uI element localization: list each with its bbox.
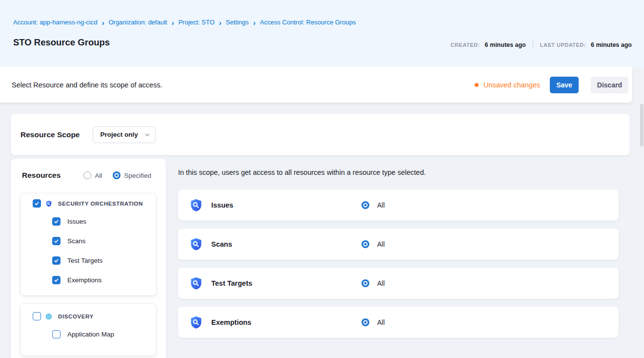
all-radio[interactable] <box>83 171 91 179</box>
security-orchestration-shield-icon <box>189 237 203 251</box>
security-orchestration-checkbox[interactable] <box>33 199 41 208</box>
resource-card-test-targets: Test Targets All <box>178 268 619 299</box>
specified-radio[interactable] <box>113 171 121 179</box>
resource-item-issues: Issues <box>52 217 156 226</box>
breadcrumb-account-link[interactable]: Account: app-harness-ng-cicd <box>13 19 98 26</box>
specified-radio-label: Specified <box>124 172 151 179</box>
all-access-radio[interactable] <box>362 279 369 287</box>
group-row-security-orchestration: SECURITY ORCHESTRATION <box>33 199 156 208</box>
resource-item-test-targets: Test Targets <box>52 256 156 265</box>
resource-group-detail-page: Account: app-harness-ng-cicd › Organizat… <box>0 0 644 358</box>
breadcrumb-resource-groups-link[interactable]: Access Control: Resource Groups <box>260 19 356 26</box>
breadcrumb-settings-link[interactable]: Settings <box>226 19 249 26</box>
header-meta: CREATED: 6 minutes ago LAST UPDATED: 6 m… <box>451 41 632 49</box>
last-updated-value: 6 minutes ago <box>591 42 632 48</box>
card-title: Test Targets <box>211 279 362 287</box>
item-label: Scans <box>67 237 86 245</box>
resource-item-scans: Scans <box>52 237 156 245</box>
save-button[interactable]: Save <box>550 77 579 93</box>
resource-group-panel-discovery: DISCOVERY Application Map <box>20 304 156 356</box>
discovery-checkbox[interactable] <box>33 312 41 320</box>
card-title: Issues <box>211 201 362 209</box>
filter-option-specified[interactable]: Specified <box>113 171 151 179</box>
access-option-all[interactable]: All <box>362 318 385 326</box>
all-access-radio[interactable] <box>362 318 369 326</box>
resource-item-exemptions: Exemptions <box>52 276 156 284</box>
item-label: Test Targets <box>67 257 103 264</box>
issues-checkbox[interactable] <box>52 217 60 226</box>
group-name: DISCOVERY <box>58 314 94 319</box>
chevron-down-icon <box>144 132 150 138</box>
item-label: Exemptions <box>67 276 102 284</box>
all-radio-label: All <box>95 172 102 179</box>
resource-scope-select[interactable]: Project only <box>93 126 156 143</box>
action-toolbar: Select Resource and define its scope of … <box>0 67 632 103</box>
chevron-right-icon: › <box>219 19 221 26</box>
resource-scope-card: Resource Scope Project only <box>11 114 630 155</box>
security-orchestration-shield-icon <box>189 316 203 329</box>
resource-scope-label: Resource Scope <box>20 130 80 139</box>
created-value: 6 minutes ago <box>485 42 526 48</box>
toolbar-description: Select Resource and define its scope of … <box>12 81 162 89</box>
security-orchestration-shield-icon <box>45 200 52 207</box>
resource-scope-selected-value: Project only <box>100 131 138 138</box>
resources-header: Resources All Specified <box>11 159 166 180</box>
resources-sidebar: Resources All Specified <box>11 159 166 358</box>
created-label: CREATED: <box>451 42 480 48</box>
test-targets-checkbox[interactable] <box>52 256 60 265</box>
all-access-radio[interactable] <box>362 201 369 209</box>
filter-option-all[interactable]: All <box>83 171 102 179</box>
chevron-right-icon: › <box>102 19 104 26</box>
breadcrumb-organization-link[interactable]: Organization: default <box>109 19 167 26</box>
resource-card-issues: Issues All <box>178 190 619 221</box>
page-title: STO Resource Groups <box>13 37 110 48</box>
breadcrumb: Account: app-harness-ng-cicd › Organizat… <box>13 19 356 26</box>
security-orchestration-shield-icon <box>189 276 203 290</box>
meta-divider <box>533 41 533 49</box>
unsaved-changes-text: Unsaved changes <box>483 81 540 89</box>
group-row-discovery: DISCOVERY <box>33 312 156 320</box>
application-map-checkbox[interactable] <box>52 330 60 338</box>
group-name: SECURITY ORCHESTRATION <box>58 201 143 207</box>
security-orchestration-shield-icon <box>189 198 203 212</box>
resource-group-panel-security-orchestration: SECURITY ORCHESTRATION Issues Scans Test… <box>20 193 156 295</box>
breadcrumb-project-link[interactable]: Project: STO <box>179 19 215 26</box>
all-access-radio[interactable] <box>362 240 369 248</box>
resources-title: Resources <box>22 171 60 180</box>
resource-item-application-map: Application Map <box>52 330 156 338</box>
scope-description: In this scope, users get access to all r… <box>178 168 426 176</box>
discard-button[interactable]: Discard <box>591 77 628 93</box>
access-option-all[interactable]: All <box>362 201 385 209</box>
card-title: Scans <box>211 240 362 248</box>
item-label: Application Map <box>67 331 114 338</box>
scans-checkbox[interactable] <box>52 237 60 245</box>
card-title: Exemptions <box>211 318 362 326</box>
resource-card-exemptions: Exemptions All <box>178 307 619 338</box>
all-access-label: All <box>377 318 385 326</box>
unsaved-changes-dot-icon <box>475 83 479 87</box>
all-access-label: All <box>377 240 385 248</box>
access-option-all[interactable]: All <box>362 279 385 287</box>
item-label: Issues <box>67 218 86 225</box>
chevron-right-icon: › <box>253 19 256 26</box>
exemptions-checkbox[interactable] <box>52 276 60 284</box>
page-header: Account: app-harness-ng-cicd › Organizat… <box>0 0 644 67</box>
all-access-label: All <box>377 201 385 209</box>
chevron-right-icon: › <box>172 19 174 26</box>
discovery-radar-icon <box>45 313 52 320</box>
resource-card-scans: Scans All <box>178 229 619 260</box>
resources-filter: All Specified <box>83 171 151 179</box>
toolbar-actions: Unsaved changes Save Discard <box>475 77 628 93</box>
access-option-all[interactable]: All <box>362 240 385 248</box>
last-updated-label: LAST UPDATED: <box>540 42 586 48</box>
all-access-label: All <box>377 279 385 287</box>
scrollbar-thumb[interactable] <box>640 104 644 147</box>
